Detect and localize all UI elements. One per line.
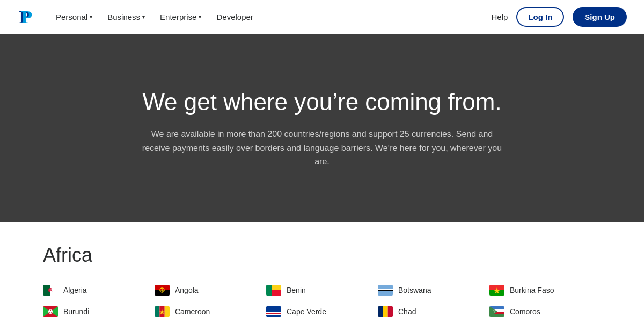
country-item[interactable]: Algeria	[43, 279, 155, 301]
svg-rect-18	[378, 290, 393, 291]
svg-text:☽: ☽	[492, 309, 495, 314]
chevron-down-icon: ▾	[142, 14, 145, 20]
svg-rect-38	[383, 306, 387, 317]
country-name: Chad	[398, 307, 416, 316]
nav-business[interactable]: Business ▾	[101, 8, 151, 26]
country-item[interactable]: ☽Comoros	[489, 301, 601, 322]
country-name: Cameroon	[175, 307, 210, 316]
main-nav: Personal ▾ Business ▾ Enterprise ▾ Devel…	[49, 8, 491, 26]
nav-personal[interactable]: Personal ▾	[49, 8, 99, 26]
paypal-logo-icon: P P	[17, 8, 36, 27]
nav-enterprise[interactable]: Enterprise ▾	[153, 8, 208, 26]
country-name: Benin	[287, 285, 306, 295]
svg-rect-14	[272, 285, 281, 290]
country-flag-icon	[489, 285, 504, 296]
svg-rect-39	[388, 306, 393, 317]
country-item[interactable]: Botswana	[378, 279, 489, 301]
country-item[interactable]: Cape Verde	[266, 301, 378, 322]
header-actions: Help Log In Sign Up	[491, 7, 627, 27]
help-link[interactable]: Help	[491, 12, 508, 21]
countries-grid: AlgeriaAngolaBeninBotswanaBurkina FasoBu…	[43, 279, 601, 324]
country-item[interactable]: Chad	[378, 301, 489, 322]
hero-section: We get where you’re coming from. We are …	[0, 34, 644, 222]
svg-rect-33	[266, 306, 281, 317]
country-item[interactable]: Benin	[266, 279, 378, 301]
country-flag-icon	[155, 285, 170, 296]
svg-point-27	[49, 312, 50, 313]
chevron-down-icon: ▾	[90, 14, 92, 20]
region-title: Africa	[43, 244, 601, 267]
country-name: Comoros	[510, 307, 540, 316]
countries-section: Africa AlgeriaAngolaBeninBotswanaBurkina…	[0, 222, 644, 324]
chevron-down-icon: ▾	[199, 14, 201, 20]
country-flag-icon	[43, 285, 58, 296]
country-flag-icon	[155, 306, 170, 317]
svg-rect-36	[266, 314, 281, 315]
country-flag-icon	[378, 306, 393, 317]
country-name: Botswana	[398, 285, 431, 295]
country-flag-icon	[378, 285, 393, 296]
svg-rect-35	[266, 313, 281, 314]
svg-rect-34	[266, 312, 281, 313]
login-button[interactable]: Log In	[516, 7, 564, 27]
country-flag-icon: ☽	[489, 306, 504, 317]
country-name: Burkina Faso	[510, 285, 554, 295]
country-name: Algeria	[63, 285, 87, 295]
country-item[interactable]: Angola	[155, 279, 266, 301]
country-item[interactable]: Cameroon	[155, 301, 266, 322]
country-flag-icon	[43, 306, 58, 317]
country-item[interactable]: Burkina Faso	[489, 279, 601, 301]
header: P P Personal ▾ Business ▾ Enterprise ▾ D…	[0, 0, 644, 34]
country-name: Cape Verde	[287, 307, 326, 316]
signup-button[interactable]: Sign Up	[573, 7, 627, 27]
svg-rect-37	[378, 306, 383, 317]
country-name: Angola	[175, 285, 199, 295]
svg-rect-31	[165, 306, 170, 317]
logo-area: P P	[17, 8, 36, 27]
country-flag-icon	[266, 306, 281, 317]
hero-subtitle: We are available in more than 200 countr…	[140, 127, 504, 169]
country-name: Burundi	[63, 307, 89, 316]
country-flag-icon	[266, 285, 281, 296]
svg-rect-15	[272, 290, 281, 296]
svg-point-26	[50, 310, 51, 311]
svg-point-28	[51, 312, 52, 313]
nav-developer[interactable]: Developer	[210, 8, 259, 26]
svg-text:P: P	[21, 8, 32, 27]
hero-title: We get where you’re coming from.	[142, 88, 501, 117]
svg-rect-29	[155, 306, 159, 317]
country-item[interactable]: Burundi	[43, 301, 155, 322]
